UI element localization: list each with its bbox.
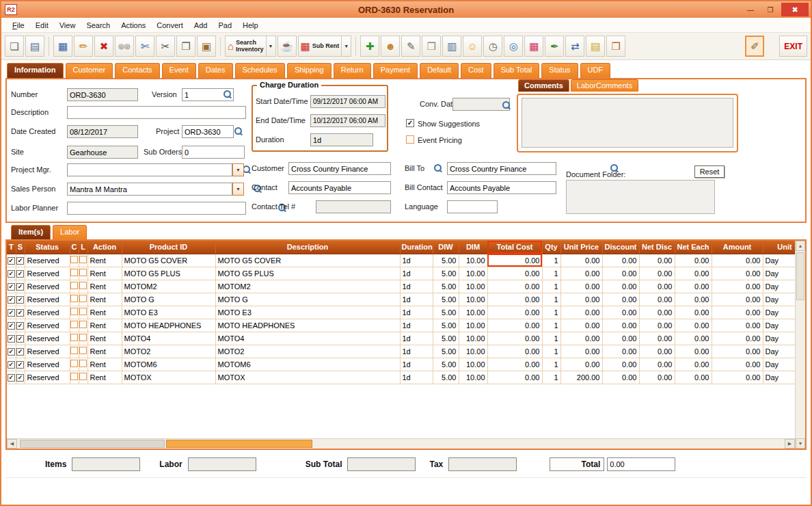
cell-action[interactable]: Rent xyxy=(87,345,122,358)
cell-diw[interactable]: 5.00 xyxy=(433,371,459,384)
column-header-diw[interactable]: DIW xyxy=(433,241,459,254)
cell-c[interactable] xyxy=(70,306,79,319)
cell-product_id[interactable]: MOTO G xyxy=(122,293,215,306)
cell-t[interactable]: ✓ xyxy=(7,345,16,358)
cell-net_each[interactable]: 0.00 xyxy=(675,267,712,280)
comments-tab-laborcomments[interactable]: LaborComments xyxy=(571,79,638,92)
cell-duration[interactable]: 1d xyxy=(400,306,433,319)
main-tab-return[interactable]: Return xyxy=(334,63,371,78)
cell-description[interactable]: MOTOM2 xyxy=(215,280,400,293)
cell-unit[interactable]: Day xyxy=(763,371,795,384)
cell-l[interactable] xyxy=(79,332,87,345)
cell-qty[interactable]: 1 xyxy=(542,332,560,345)
grid-row-6[interactable]: ✓✓ReservedRentMOTO HEADPHONESMOTO HEADPH… xyxy=(7,319,795,332)
cell-amount[interactable]: 0.00 xyxy=(712,280,763,293)
sub-total-field[interactable] xyxy=(347,457,416,471)
cell-description[interactable]: MOTO G5 COVER xyxy=(215,254,400,267)
cell-unit[interactable]: Day xyxy=(763,306,795,319)
l-checkbox[interactable] xyxy=(79,373,87,380)
cell-duration[interactable]: 1d xyxy=(400,293,433,306)
comments-textarea[interactable] xyxy=(522,98,733,148)
cell-dim[interactable]: 10.00 xyxy=(459,280,487,293)
items-total-field[interactable] xyxy=(72,457,140,471)
cell-t[interactable]: ✓ xyxy=(7,306,16,319)
cell-net_disc[interactable]: 0.00 xyxy=(639,293,675,306)
language-field[interactable] xyxy=(447,200,498,213)
s-checkbox[interactable]: ✓ xyxy=(16,335,24,343)
cell-description[interactable]: MOTO HEADPHONES xyxy=(215,319,400,332)
cell-diw[interactable]: 5.00 xyxy=(433,358,459,371)
transfer-button[interactable]: ⇄ xyxy=(565,36,584,57)
cell-total_cost[interactable]: 0.00 xyxy=(487,293,542,306)
cell-unit[interactable]: Day xyxy=(763,332,795,345)
cell-description[interactable]: MOTO2 xyxy=(215,345,400,358)
l-checkbox[interactable] xyxy=(79,321,87,328)
date-created-field[interactable] xyxy=(67,125,138,138)
cut-to-new-button[interactable]: ✄ xyxy=(135,36,154,57)
cell-dim[interactable]: 10.00 xyxy=(459,293,487,306)
cell-duration[interactable]: 1d xyxy=(400,332,433,345)
cell-net_each[interactable]: 0.00 xyxy=(675,319,712,332)
cell-l[interactable] xyxy=(79,254,87,267)
cell-amount[interactable]: 0.00 xyxy=(712,306,763,319)
cell-status[interactable]: Reserved xyxy=(25,358,70,371)
s-checkbox[interactable]: ✓ xyxy=(16,270,24,278)
packages-button[interactable]: ❒ xyxy=(606,36,625,57)
cell-amount[interactable]: 0.00 xyxy=(712,293,763,306)
cell-t[interactable]: ✓ xyxy=(7,293,16,306)
cell-action[interactable]: Rent xyxy=(87,371,122,384)
cell-action[interactable]: Rent xyxy=(87,332,122,345)
cell-t[interactable]: ✓ xyxy=(7,358,16,371)
main-tab-schedules[interactable]: Schedules xyxy=(235,63,285,78)
column-header-status[interactable]: Status xyxy=(25,241,70,254)
cell-unit_price[interactable]: 0.00 xyxy=(560,280,602,293)
close-button[interactable]: ✖ xyxy=(781,3,809,16)
main-tab-default[interactable]: Default xyxy=(420,63,459,78)
column-header-unit_price[interactable]: Unit Price xyxy=(560,241,602,254)
cell-unit_price[interactable]: 0.00 xyxy=(560,306,602,319)
column-header-t[interactable]: T xyxy=(7,241,16,254)
cell-unit[interactable]: Day xyxy=(763,293,795,306)
t-checkbox[interactable]: ✓ xyxy=(8,309,15,317)
cell-status[interactable]: Reserved xyxy=(25,254,70,267)
cell-total_cost[interactable]: 0.00 xyxy=(487,371,542,384)
cell-product_id[interactable]: MOTO2 xyxy=(122,345,215,358)
cube-button[interactable]: ▦ xyxy=(524,36,543,57)
cell-l[interactable] xyxy=(79,306,87,319)
cell-dim[interactable]: 10.00 xyxy=(459,254,487,267)
cell-net_each[interactable]: 0.00 xyxy=(675,358,712,371)
cell-diw[interactable]: 5.00 xyxy=(433,267,459,280)
cell-status[interactable]: Reserved xyxy=(25,319,70,332)
column-header-discount[interactable]: Discount xyxy=(602,241,639,254)
cell-dim[interactable]: 10.00 xyxy=(459,358,487,371)
cell-duration[interactable]: 1d xyxy=(400,254,433,267)
column-header-amount[interactable]: Amount xyxy=(712,241,763,254)
vertical-scroll-track[interactable] xyxy=(796,251,805,438)
cell-action[interactable]: Rent xyxy=(87,254,122,267)
delete-button[interactable]: ✖ xyxy=(94,36,113,57)
main-tab-contacts[interactable]: Contacts xyxy=(115,63,159,78)
event-pricing-checkbox[interactable] xyxy=(406,135,414,144)
cell-action[interactable]: Rent xyxy=(87,319,122,332)
cell-discount[interactable]: 0.00 xyxy=(602,332,639,345)
cell-unit_price[interactable]: 0.00 xyxy=(560,332,602,345)
sub-rent-button[interactable]: ▦Sub Rent xyxy=(298,36,342,57)
column-header-description[interactable]: Description xyxy=(215,241,400,254)
cell-net_disc[interactable]: 0.00 xyxy=(639,319,675,332)
column-header-net_disc[interactable]: Net Disc xyxy=(639,241,675,254)
cell-dim[interactable]: 10.00 xyxy=(459,371,487,384)
scroll-right-button[interactable]: ▶ xyxy=(785,439,795,449)
l-checkbox[interactable] xyxy=(79,269,87,276)
cell-duration[interactable]: 1d xyxy=(400,319,433,332)
print-button[interactable]: ▤ xyxy=(25,36,44,57)
cell-description[interactable]: MOTO G xyxy=(215,293,400,306)
cell-t[interactable]: ✓ xyxy=(7,371,16,384)
customer-field[interactable] xyxy=(288,162,391,175)
main-tab-payment[interactable]: Payment xyxy=(373,63,418,78)
c-checkbox[interactable] xyxy=(70,347,78,354)
c-checkbox[interactable] xyxy=(70,360,78,367)
cell-unit_price[interactable]: 0.00 xyxy=(560,319,602,332)
grid-row-3[interactable]: ✓✓ReservedRentMOTOM2MOTOM21d5.0010.000.0… xyxy=(7,280,795,293)
cell-discount[interactable]: 0.00 xyxy=(602,280,639,293)
reset-button[interactable]: Reset xyxy=(694,165,725,178)
